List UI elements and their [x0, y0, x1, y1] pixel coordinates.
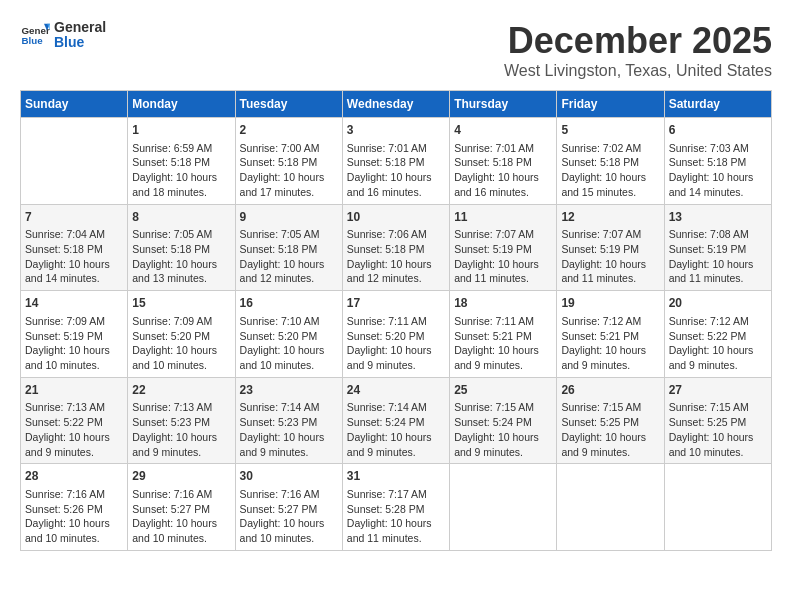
day-of-week-friday: Friday [557, 91, 664, 118]
day-number: 20 [669, 295, 767, 312]
day-number: 1 [132, 122, 230, 139]
week-row-2: 14Sunrise: 7:09 AMSunset: 5:19 PMDayligh… [21, 291, 772, 378]
sunrise: Sunrise: 7:02 AM [561, 142, 641, 154]
daylight: Daylight: 10 hours and 14 minutes. [25, 258, 110, 285]
daylight: Daylight: 10 hours and 15 minutes. [561, 171, 646, 198]
daylight: Daylight: 10 hours and 9 minutes. [25, 431, 110, 458]
day-number: 25 [454, 382, 552, 399]
daylight: Daylight: 10 hours and 9 minutes. [561, 344, 646, 371]
daylight: Daylight: 10 hours and 13 minutes. [132, 258, 217, 285]
day-number: 13 [669, 209, 767, 226]
calendar-cell: 6Sunrise: 7:03 AMSunset: 5:18 PMDaylight… [664, 118, 771, 205]
day-number: 12 [561, 209, 659, 226]
day-number: 28 [25, 468, 123, 485]
sunset: Sunset: 5:19 PM [454, 243, 532, 255]
day-number: 10 [347, 209, 445, 226]
sunset: Sunset: 5:18 PM [240, 243, 318, 255]
sunset: Sunset: 5:18 PM [669, 156, 747, 168]
sunset: Sunset: 5:18 PM [132, 243, 210, 255]
day-number: 4 [454, 122, 552, 139]
calendar-cell: 2Sunrise: 7:00 AMSunset: 5:18 PMDaylight… [235, 118, 342, 205]
daylight: Daylight: 10 hours and 12 minutes. [240, 258, 325, 285]
day-number: 15 [132, 295, 230, 312]
sunset: Sunset: 5:18 PM [347, 156, 425, 168]
sunset: Sunset: 5:28 PM [347, 503, 425, 515]
month-title: December 2025 [504, 20, 772, 62]
sunrise: Sunrise: 7:01 AM [347, 142, 427, 154]
sunrise: Sunrise: 7:11 AM [454, 315, 534, 327]
daylight: Daylight: 10 hours and 9 minutes. [347, 344, 432, 371]
sunset: Sunset: 5:20 PM [347, 330, 425, 342]
calendar-cell: 14Sunrise: 7:09 AMSunset: 5:19 PMDayligh… [21, 291, 128, 378]
sunset: Sunset: 5:22 PM [669, 330, 747, 342]
sunrise: Sunrise: 7:06 AM [347, 228, 427, 240]
day-number: 3 [347, 122, 445, 139]
sunset: Sunset: 5:23 PM [132, 416, 210, 428]
location-title: West Livingston, Texas, United States [504, 62, 772, 80]
daylight: Daylight: 10 hours and 9 minutes. [454, 431, 539, 458]
calendar-cell: 26Sunrise: 7:15 AMSunset: 5:25 PMDayligh… [557, 377, 664, 464]
sunrise: Sunrise: 7:16 AM [25, 488, 105, 500]
calendar-cell: 28Sunrise: 7:16 AMSunset: 5:26 PMDayligh… [21, 464, 128, 551]
sunset: Sunset: 5:18 PM [454, 156, 532, 168]
sunrise: Sunrise: 7:16 AM [240, 488, 320, 500]
sunrise: Sunrise: 7:17 AM [347, 488, 427, 500]
sunrise: Sunrise: 7:10 AM [240, 315, 320, 327]
daylight: Daylight: 10 hours and 10 minutes. [132, 517, 217, 544]
calendar-cell: 24Sunrise: 7:14 AMSunset: 5:24 PMDayligh… [342, 377, 449, 464]
sunset: Sunset: 5:23 PM [240, 416, 318, 428]
title-area: December 2025 West Livingston, Texas, Un… [504, 20, 772, 80]
daylight: Daylight: 10 hours and 9 minutes. [561, 431, 646, 458]
sunrise: Sunrise: 7:03 AM [669, 142, 749, 154]
day-of-week-monday: Monday [128, 91, 235, 118]
sunrise: Sunrise: 7:16 AM [132, 488, 212, 500]
day-number: 30 [240, 468, 338, 485]
day-number: 29 [132, 468, 230, 485]
week-row-4: 28Sunrise: 7:16 AMSunset: 5:26 PMDayligh… [21, 464, 772, 551]
day-number: 14 [25, 295, 123, 312]
sunrise: Sunrise: 7:14 AM [347, 401, 427, 413]
sunrise: Sunrise: 7:05 AM [240, 228, 320, 240]
daylight: Daylight: 10 hours and 11 minutes. [561, 258, 646, 285]
calendar-cell: 30Sunrise: 7:16 AMSunset: 5:27 PMDayligh… [235, 464, 342, 551]
calendar-cell: 3Sunrise: 7:01 AMSunset: 5:18 PMDaylight… [342, 118, 449, 205]
day-number: 23 [240, 382, 338, 399]
sunrise: Sunrise: 7:12 AM [561, 315, 641, 327]
sunset: Sunset: 5:18 PM [25, 243, 103, 255]
day-number: 19 [561, 295, 659, 312]
sunset: Sunset: 5:18 PM [347, 243, 425, 255]
sunset: Sunset: 5:25 PM [561, 416, 639, 428]
calendar-cell: 18Sunrise: 7:11 AMSunset: 5:21 PMDayligh… [450, 291, 557, 378]
sunset: Sunset: 5:19 PM [25, 330, 103, 342]
sunrise: Sunrise: 7:15 AM [454, 401, 534, 413]
daylight: Daylight: 10 hours and 11 minutes. [669, 258, 754, 285]
day-of-week-saturday: Saturday [664, 91, 771, 118]
sunset: Sunset: 5:27 PM [240, 503, 318, 515]
calendar-table: SundayMondayTuesdayWednesdayThursdayFrid… [20, 90, 772, 551]
sunrise: Sunrise: 7:05 AM [132, 228, 212, 240]
day-number: 5 [561, 122, 659, 139]
week-row-3: 21Sunrise: 7:13 AMSunset: 5:22 PMDayligh… [21, 377, 772, 464]
sunset: Sunset: 5:18 PM [132, 156, 210, 168]
sunset: Sunset: 5:19 PM [561, 243, 639, 255]
day-number: 8 [132, 209, 230, 226]
day-number: 9 [240, 209, 338, 226]
calendar-cell [21, 118, 128, 205]
sunrise: Sunrise: 7:11 AM [347, 315, 427, 327]
day-number: 22 [132, 382, 230, 399]
calendar-cell: 21Sunrise: 7:13 AMSunset: 5:22 PMDayligh… [21, 377, 128, 464]
calendar-cell: 13Sunrise: 7:08 AMSunset: 5:19 PMDayligh… [664, 204, 771, 291]
daylight: Daylight: 10 hours and 16 minutes. [347, 171, 432, 198]
sunrise: Sunrise: 7:13 AM [132, 401, 212, 413]
day-number: 6 [669, 122, 767, 139]
svg-text:Blue: Blue [22, 35, 44, 46]
calendar-cell: 1Sunrise: 6:59 AMSunset: 5:18 PMDaylight… [128, 118, 235, 205]
sunset: Sunset: 5:26 PM [25, 503, 103, 515]
calendar-cell [557, 464, 664, 551]
day-number: 18 [454, 295, 552, 312]
logo-blue: Blue [54, 35, 106, 50]
day-of-week-tuesday: Tuesday [235, 91, 342, 118]
calendar-cell: 10Sunrise: 7:06 AMSunset: 5:18 PMDayligh… [342, 204, 449, 291]
calendar-cell: 25Sunrise: 7:15 AMSunset: 5:24 PMDayligh… [450, 377, 557, 464]
sunrise: Sunrise: 7:09 AM [25, 315, 105, 327]
